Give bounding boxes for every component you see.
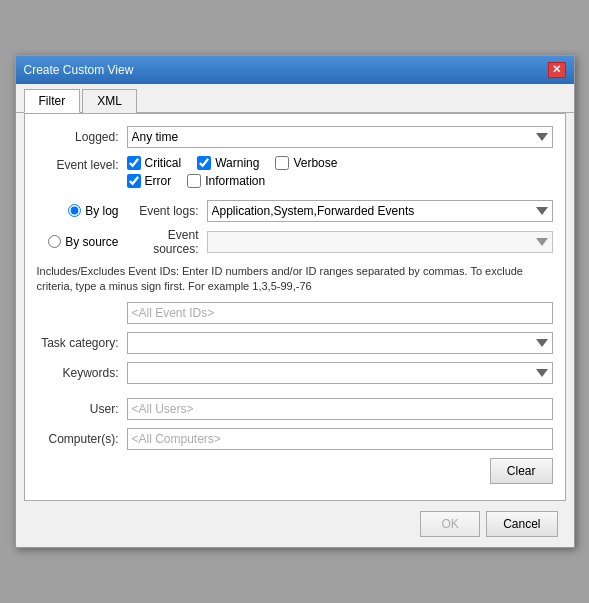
by-source-radio-label: By source	[37, 235, 127, 249]
event-logs-label: Event logs:	[127, 204, 207, 218]
event-sources-control	[207, 231, 553, 253]
tab-filter[interactable]: Filter	[24, 89, 81, 113]
error-checkbox-item[interactable]: Error	[127, 174, 172, 188]
by-log-row: By log Event logs: Application,System,Fo…	[37, 200, 553, 222]
close-button[interactable]: ✕	[548, 62, 566, 78]
task-category-label: Task category:	[37, 336, 127, 350]
warning-checkbox-item[interactable]: Warning	[197, 156, 259, 170]
logged-select[interactable]: Any time Last hour Last 12 hours Last 24…	[127, 126, 553, 148]
computer-control	[127, 428, 553, 450]
ok-button[interactable]: OK	[420, 511, 480, 537]
checkbox-row-2: Error Information	[127, 174, 553, 188]
keywords-select[interactable]	[127, 362, 553, 384]
event-level-checks: Critical Warning Verbose Error	[127, 156, 553, 192]
event-sources-label: Event sources:	[127, 228, 207, 256]
verbose-label: Verbose	[293, 156, 337, 170]
event-sources-select[interactable]	[207, 231, 553, 253]
event-ids-input[interactable]	[127, 302, 553, 324]
logged-label: Logged:	[37, 130, 127, 144]
event-logs-select[interactable]: Application,System,Forwarded Events	[207, 200, 553, 222]
warning-checkbox[interactable]	[197, 156, 211, 170]
clear-button-wrap: Clear	[37, 458, 553, 484]
critical-label: Critical	[145, 156, 182, 170]
task-category-control	[127, 332, 553, 354]
computer-input[interactable]	[127, 428, 553, 450]
by-log-radio-label: By log	[37, 204, 127, 218]
radio-section: By log Event logs: Application,System,Fo…	[37, 200, 553, 256]
keywords-control	[127, 362, 553, 384]
error-checkbox[interactable]	[127, 174, 141, 188]
critical-checkbox[interactable]	[127, 156, 141, 170]
event-logs-control: Application,System,Forwarded Events	[207, 200, 553, 222]
event-level-label: Event level:	[37, 156, 127, 172]
user-input[interactable]	[127, 398, 553, 420]
by-source-label: By source	[65, 235, 118, 249]
information-checkbox[interactable]	[187, 174, 201, 188]
information-label: Information	[205, 174, 265, 188]
by-log-radio[interactable]	[68, 204, 81, 217]
verbose-checkbox-item[interactable]: Verbose	[275, 156, 337, 170]
information-checkbox-item[interactable]: Information	[187, 174, 265, 188]
logged-row: Logged: Any time Last hour Last 12 hours…	[37, 126, 553, 148]
user-label: User:	[37, 402, 127, 416]
cancel-button[interactable]: Cancel	[486, 511, 557, 537]
user-row: User:	[37, 398, 553, 420]
checkbox-row-1: Critical Warning Verbose	[127, 156, 553, 170]
by-source-radio[interactable]	[48, 235, 61, 248]
clear-button[interactable]: Clear	[490, 458, 553, 484]
computer-label: Computer(s):	[37, 432, 127, 446]
by-log-label: By log	[85, 204, 118, 218]
event-id-control	[127, 302, 553, 324]
description-text: Includes/Excludes Event IDs: Enter ID nu…	[37, 264, 553, 295]
user-control	[127, 398, 553, 420]
logged-control: Any time Last hour Last 12 hours Last 24…	[127, 126, 553, 148]
error-label: Error	[145, 174, 172, 188]
tab-bar: Filter XML	[16, 84, 574, 113]
computer-row: Computer(s):	[37, 428, 553, 450]
task-category-row: Task category:	[37, 332, 553, 354]
event-id-row	[37, 302, 553, 324]
tab-xml[interactable]: XML	[82, 89, 137, 113]
verbose-checkbox[interactable]	[275, 156, 289, 170]
keywords-row: Keywords:	[37, 362, 553, 384]
filter-content: Logged: Any time Last hour Last 12 hours…	[24, 113, 566, 502]
dialog-title: Create Custom View	[24, 63, 134, 77]
create-custom-view-dialog: Create Custom View ✕ Filter XML Logged: …	[15, 55, 575, 549]
task-category-select[interactable]	[127, 332, 553, 354]
title-bar: Create Custom View ✕	[16, 56, 574, 84]
by-source-row: By source Event sources:	[37, 228, 553, 256]
keywords-label: Keywords:	[37, 366, 127, 380]
critical-checkbox-item[interactable]: Critical	[127, 156, 182, 170]
event-id-indent	[37, 302, 127, 324]
bottom-buttons: OK Cancel	[16, 501, 574, 547]
event-level-section: Event level: Critical Warning Verbose	[37, 156, 553, 192]
warning-label: Warning	[215, 156, 259, 170]
